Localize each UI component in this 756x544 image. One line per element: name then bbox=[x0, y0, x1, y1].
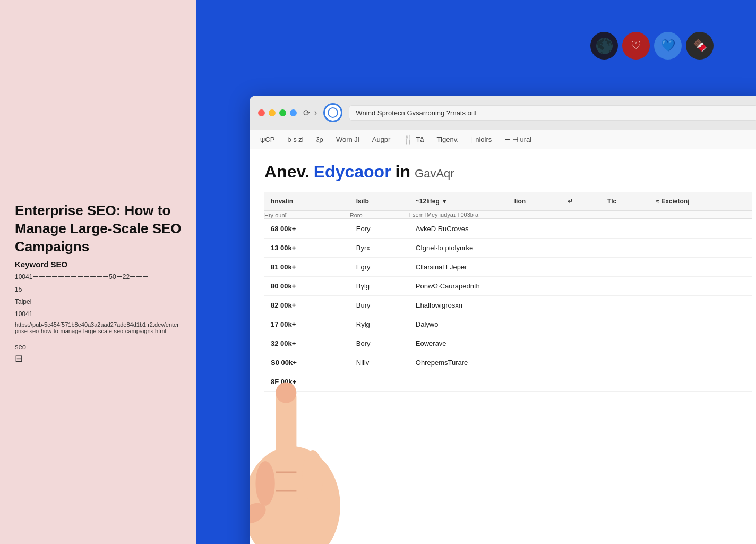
browser-content: Anev. Edycaoor in GavAqr hnvalin lsīlb ~… bbox=[250, 149, 756, 404]
keyword-3: Cllarsinal LJeper bbox=[409, 258, 752, 277]
address-bar[interactable]: Wnind Sprotecn Gvsarroning ?rnats αιtl bbox=[349, 105, 756, 121]
col-header-4: lion bbox=[508, 192, 561, 211]
volume-2: 13 00k+ bbox=[264, 239, 350, 258]
toolbar-item-tigenv[interactable]: Tigenv. bbox=[437, 135, 459, 143]
toolbar-item-3[interactable]: ξρ bbox=[316, 135, 323, 143]
diff-3: Egry bbox=[350, 258, 409, 277]
browser-nav: ⟳ › bbox=[303, 108, 317, 118]
title-part2: Edycaoor bbox=[314, 162, 391, 182]
title-sub: GavAqr bbox=[415, 167, 454, 181]
right-panel: 🌑 ♡ 💙 🍫 ⟳ › Wnind Sprotecn Gvsarroning ?… bbox=[196, 0, 756, 544]
volume-3: 81 00k+ bbox=[264, 258, 350, 277]
icon-2: ♡ bbox=[622, 32, 650, 60]
article-url: https://pub-5c454f571b8e40a3a2aad27ade84… bbox=[15, 321, 182, 334]
col-header-3: ~12lifeg ▼ bbox=[409, 192, 508, 211]
svg-point-0 bbox=[250, 446, 340, 544]
divider-icon: | bbox=[471, 135, 473, 143]
keyword-5: Ehalfowigrosxn bbox=[409, 296, 752, 315]
table-header-row: hnvalin lsīlb ~12lifeg ▼ lion ↵ Tlc ≈ Ex… bbox=[264, 192, 752, 211]
toolbar-item-augpr[interactable]: Augpr bbox=[372, 135, 391, 143]
keyword-8: OhrepemsTurare bbox=[409, 353, 752, 372]
volume-4: 80 00k+ bbox=[264, 277, 350, 296]
diff-1: Eory bbox=[350, 219, 409, 239]
table-subheader-row: Hry ounī Roro I sem IMey iudyaɪ T003b a bbox=[264, 211, 752, 219]
minimize-button[interactable] bbox=[269, 109, 276, 116]
keyword-label: Keyword SEO bbox=[15, 260, 182, 269]
meta-line-4: 10041 bbox=[15, 309, 182, 319]
keyword-table: hnvalin lsīlb ~12lifeg ▼ lion ↵ Tlc ≈ Ex… bbox=[264, 192, 752, 392]
toolbar-label-worn-ji: Worn Ji bbox=[336, 135, 359, 143]
subheader-3: I sem IMey iudyaɪ T003b a bbox=[409, 211, 752, 219]
left-panel: Enterprise SEO: How to Manage Large-Scal… bbox=[0, 0, 196, 544]
meta-city: Taipei bbox=[15, 297, 182, 307]
browser-toolbar: ψCP b s zi ξρ Worn Ji Augpr 🍴 Tā Tigenv. bbox=[250, 130, 756, 149]
col-header-6: Tlc bbox=[601, 192, 649, 211]
keyword-7: Eowerave bbox=[409, 334, 752, 353]
forward-icon[interactable]: › bbox=[314, 108, 317, 117]
volume-7: 32 00k+ bbox=[264, 334, 350, 353]
diff-7: Bory bbox=[350, 334, 409, 353]
keyword-6: Dalywo bbox=[409, 315, 752, 334]
keyword-4: PonwΩ·Caurapednth bbox=[409, 277, 752, 296]
table-row: 68 00k+ Eory ΔvkeD RuCroves bbox=[264, 219, 752, 239]
tag-icon: ⊟ bbox=[15, 353, 182, 364]
maximize-button[interactable] bbox=[279, 109, 286, 116]
svg-point-5 bbox=[250, 499, 269, 528]
volume-9: 8F 00k+ bbox=[264, 372, 350, 392]
diff-6: Rylg bbox=[350, 315, 409, 334]
fork-icon: 🍴 bbox=[403, 134, 414, 144]
col-header-2: lsīlb bbox=[350, 192, 409, 211]
volume-8: S0 00k+ bbox=[264, 353, 350, 372]
table-row: 13 00k+ Byrx CIgneI·lo ptolynrke bbox=[264, 239, 752, 258]
col-header-1: hnvalin bbox=[264, 192, 350, 211]
title-part1: Anev. bbox=[264, 162, 310, 182]
top-icons-area: 🌑 ♡ 💙 🍫 bbox=[590, 32, 714, 60]
col-header-5: ↵ bbox=[561, 192, 601, 211]
page-title: Anev. Edycaoor in GavAqr bbox=[264, 162, 752, 182]
svg-point-3 bbox=[303, 450, 323, 502]
refresh-icon[interactable]: ⟳ bbox=[303, 108, 310, 118]
table-row: 17 00k+ Rylg Dalywo bbox=[264, 315, 752, 334]
toolbar-label-nloirs: nloirs bbox=[475, 135, 492, 143]
toolbar-item-ural[interactable]: ⊢ ⊣ ural bbox=[504, 135, 531, 143]
diff-5: Bury bbox=[350, 296, 409, 315]
toolbar-label-1: ψCP bbox=[260, 135, 274, 143]
subheader-1: Hry ounī bbox=[264, 211, 350, 219]
subheader-2: Roro bbox=[350, 211, 409, 219]
diff-4: Bylg bbox=[350, 277, 409, 296]
toolbar-label-tigenv: Tigenv. bbox=[437, 135, 459, 143]
svg-point-4 bbox=[255, 461, 274, 506]
extra-button[interactable] bbox=[290, 109, 297, 116]
diff-8: Nillv bbox=[350, 353, 409, 372]
close-button[interactable] bbox=[258, 109, 265, 116]
toolbar-item-worn-ji[interactable]: Worn Ji bbox=[336, 135, 359, 143]
table-row: 8F 00k+ bbox=[264, 372, 752, 392]
toolbar-item-ta[interactable]: 🍴 Tā bbox=[403, 134, 424, 144]
diff-2: Byrx bbox=[350, 239, 409, 258]
toolbar-item-divider: | nloirs bbox=[471, 135, 492, 143]
icon-3: 💙 bbox=[654, 32, 682, 60]
table-row: 81 00k+ Egry Cllarsinal LJeper bbox=[264, 258, 752, 277]
toolbar-item-2[interactable]: b s zi bbox=[287, 135, 303, 143]
volume-1: 68 00k+ bbox=[264, 219, 350, 239]
keyword-2: CIgneI·lo ptolynrke bbox=[409, 239, 752, 258]
keyword-1: ΔvkeD RuCroves bbox=[409, 219, 752, 239]
tag-label: seo bbox=[15, 343, 182, 351]
volume-6: 17 00k+ bbox=[264, 315, 350, 334]
browser-circle bbox=[323, 103, 342, 122]
table-row: 82 00k+ Bury Ehalfowigrosxn bbox=[264, 296, 752, 315]
title-part3: in bbox=[396, 162, 410, 182]
icon-1: 🌑 bbox=[590, 32, 618, 60]
volume-5: 82 00k+ bbox=[264, 296, 350, 315]
toolbar-label-2: b s zi bbox=[287, 135, 303, 143]
toolbar-item-1[interactable]: ψCP bbox=[260, 135, 274, 143]
meta-line-1: 10041ーーーーーーーーーーーー50ー22ーーー bbox=[15, 272, 182, 282]
toolbar-label-3: ξρ bbox=[316, 135, 323, 143]
meta-line-2: 15 bbox=[15, 285, 182, 295]
traffic-lights bbox=[258, 109, 297, 116]
article-title: Enterprise SEO: How to Manage Large-Scal… bbox=[15, 202, 182, 256]
table-row: 80 00k+ Bylg PonwΩ·Caurapednth bbox=[264, 277, 752, 296]
keyword-9 bbox=[409, 372, 752, 392]
icon-4: 🍫 bbox=[686, 32, 714, 60]
table-row: S0 00k+ Nillv OhrepemsTurare bbox=[264, 353, 752, 372]
